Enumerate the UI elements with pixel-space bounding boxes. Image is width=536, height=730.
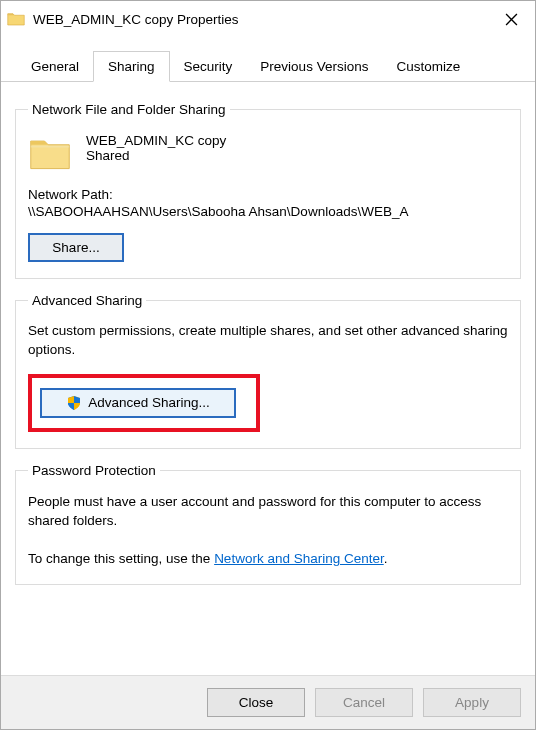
window-title: WEB_ADMIN_KC copy Properties: [33, 12, 487, 27]
group-network-sharing: Network File and Folder Sharing WEB_ADMI…: [15, 102, 521, 279]
close-icon[interactable]: [487, 2, 535, 36]
titlebar: WEB_ADMIN_KC copy Properties: [1, 1, 535, 37]
advanced-sharing-description: Set custom permissions, create multiple …: [28, 322, 508, 360]
properties-dialog: WEB_ADMIN_KC copy Properties General Sha…: [0, 0, 536, 730]
share-item-name: WEB_ADMIN_KC copy: [86, 131, 226, 148]
advanced-sharing-button[interactable]: Advanced Sharing...: [40, 388, 236, 418]
tab-sharing[interactable]: Sharing: [93, 51, 170, 82]
group-network-sharing-legend: Network File and Folder Sharing: [28, 102, 230, 117]
password-hint-suffix: .: [384, 551, 388, 566]
tab-customize[interactable]: Customize: [382, 52, 474, 81]
share-button[interactable]: Share...: [28, 233, 124, 262]
password-protection-desc: People must have a user account and pass…: [28, 492, 508, 531]
highlight-annotation: Advanced Sharing...: [28, 374, 260, 432]
group-password-protection: Password Protection People must have a u…: [15, 463, 521, 586]
folder-large-icon: [28, 133, 72, 173]
network-path-label: Network Path:: [28, 187, 508, 202]
group-advanced-sharing: Advanced Sharing Set custom permissions,…: [15, 293, 521, 449]
password-protection-hint: To change this setting, use the Network …: [28, 549, 508, 569]
close-button[interactable]: Close: [207, 688, 305, 717]
password-hint-prefix: To change this setting, use the: [28, 551, 214, 566]
share-item-status: Shared: [86, 148, 226, 163]
share-item-info: WEB_ADMIN_KC copy Shared: [86, 131, 226, 163]
tab-security[interactable]: Security: [170, 52, 247, 81]
dialog-footer: Close Cancel Apply: [1, 675, 535, 729]
tab-content: Network File and Folder Sharing WEB_ADMI…: [1, 82, 535, 675]
group-advanced-sharing-legend: Advanced Sharing: [28, 293, 146, 308]
tab-general[interactable]: General: [17, 52, 93, 81]
network-path-value: \\SABOOHAAHSAN\Users\Sabooha Ahsan\Downl…: [28, 204, 508, 219]
group-password-protection-legend: Password Protection: [28, 463, 160, 478]
folder-icon: [7, 10, 25, 28]
cancel-button: Cancel: [315, 688, 413, 717]
tab-bar: General Sharing Security Previous Versio…: [1, 37, 535, 82]
network-sharing-center-link[interactable]: Network and Sharing Center: [214, 551, 384, 566]
tab-previous-versions[interactable]: Previous Versions: [246, 52, 382, 81]
advanced-sharing-button-label: Advanced Sharing...: [88, 395, 210, 410]
shield-icon: [66, 395, 82, 411]
share-item-row: WEB_ADMIN_KC copy Shared: [28, 131, 508, 173]
apply-button: Apply: [423, 688, 521, 717]
